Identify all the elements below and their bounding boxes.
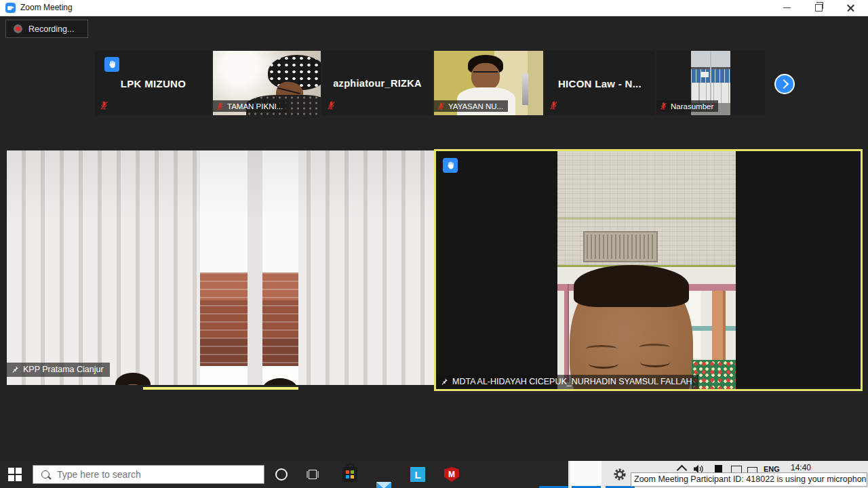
participant-label: Narasumber bbox=[656, 100, 718, 112]
wall-seam bbox=[557, 218, 736, 220]
participant-name: azphiatour_RIZKA bbox=[322, 78, 433, 89]
minimize-icon bbox=[783, 7, 791, 8]
tray-clock[interactable]: 14:40 bbox=[791, 463, 811, 472]
participant-name-tag: KPP Pratama Cianjur bbox=[7, 363, 110, 377]
search-icon bbox=[41, 470, 50, 479]
participant-thumb-yayasan[interactable]: YAYASAN NU... bbox=[434, 51, 543, 115]
search-input[interactable] bbox=[56, 468, 241, 481]
title-bar: Zoom Meeting bbox=[0, 0, 868, 16]
hair bbox=[574, 265, 689, 307]
restore-icon bbox=[815, 4, 823, 12]
participant-name: TAMAN PIKNI... bbox=[227, 102, 283, 110]
close-icon bbox=[846, 3, 855, 12]
gear-icon bbox=[612, 467, 627, 482]
participant-thumb-azphiatour[interactable]: azphiatour_RIZKA bbox=[322, 51, 433, 115]
zoom-app-icon bbox=[5, 3, 16, 13]
zoom-meeting-window: Zoom Meeting Recording... LPK MIZUNO TAM… bbox=[0, 0, 868, 488]
pin-icon bbox=[440, 378, 448, 386]
eyebrow bbox=[586, 345, 617, 352]
close-button[interactable] bbox=[835, 0, 866, 16]
glasses bbox=[473, 71, 498, 73]
recording-badge[interactable]: Recording... bbox=[5, 20, 88, 38]
minimize-button[interactable] bbox=[771, 0, 802, 16]
building-sign bbox=[701, 72, 709, 77]
participant-thumb-narasumber[interactable]: Narasumber bbox=[656, 51, 765, 115]
mic-muted-icon bbox=[326, 100, 336, 110]
eyebrow bbox=[639, 344, 670, 351]
pin-icon bbox=[11, 365, 19, 373]
taskbar-icon-settings[interactable] bbox=[612, 467, 627, 482]
raised-hand-icon bbox=[104, 57, 119, 72]
participant-thumb-taman-piknik[interactable]: TAMAN PIKNI... bbox=[213, 51, 321, 115]
window-title: Zoom Meeting bbox=[20, 3, 73, 12]
window-post bbox=[564, 284, 569, 382]
participant-name-tag: MDTA AL-HIDAYAH CICEPUK_NURHADIN SYAMSUL… bbox=[436, 375, 698, 389]
start-button[interactable] bbox=[8, 468, 22, 481]
cortana-button[interactable] bbox=[275, 468, 288, 481]
video-tile-kpp-pratama[interactable]: KPP Pratama Cianjur bbox=[7, 150, 434, 385]
participant-name: Narasumber bbox=[671, 102, 713, 110]
face bbox=[570, 265, 693, 389]
next-page-button[interactable] bbox=[774, 74, 795, 94]
mic-muted-icon bbox=[99, 100, 109, 110]
taskbar-zoom-active-cell bbox=[570, 461, 601, 488]
raised-hand-icon bbox=[443, 158, 458, 173]
flagpole bbox=[710, 51, 711, 106]
microphone-tooltip: Zoom Meeting Participant ID: 418022 is u… bbox=[631, 472, 867, 487]
participant-name: YAYASAN NU... bbox=[448, 102, 503, 110]
shading bbox=[7, 150, 434, 385]
taskbar-search[interactable] bbox=[33, 465, 264, 484]
video-tile-mdta-alhidayah[interactable]: MDTA AL-HIDAYAH CICEPUK_NURHADIN SYAMSUL… bbox=[434, 149, 863, 391]
video-scene bbox=[557, 151, 736, 389]
lenovo-glyph: L bbox=[414, 469, 420, 481]
taskbar-icon-mail[interactable] bbox=[376, 482, 391, 488]
task-view-button[interactable] bbox=[307, 468, 319, 481]
participant-thumb-hicon-law[interactable]: HICON Law - N... bbox=[545, 51, 655, 115]
participant-name: KPP Pratama Cianjur bbox=[23, 365, 104, 374]
closed-eye bbox=[589, 359, 618, 369]
participant-thumb-lpk-mizuno[interactable]: LPK MIZUNO bbox=[95, 51, 212, 115]
taskbar-icon-store[interactable] bbox=[342, 467, 357, 482]
active-speaker-underline bbox=[143, 387, 298, 390]
trophy bbox=[522, 74, 528, 105]
calligraphy-plaque bbox=[583, 231, 658, 262]
mcafee-glyph: M bbox=[448, 470, 455, 479]
restore-button[interactable] bbox=[803, 0, 834, 16]
chevron-right-icon bbox=[778, 79, 788, 89]
mic-muted-icon bbox=[549, 100, 559, 110]
participant-name: MDTA AL-HIDAYAH CICEPUK_NURHADIN SYAMSUL… bbox=[452, 377, 692, 386]
batik-shirt bbox=[692, 360, 736, 389]
camera-icon bbox=[7, 6, 12, 10]
participant-name: HICON Law - N... bbox=[545, 77, 655, 89]
closed-eye bbox=[640, 357, 670, 367]
taskbar-icon-lenovo[interactable]: L bbox=[410, 467, 425, 482]
participant-label: TAMAN PIKNI... bbox=[213, 100, 288, 112]
participant-label: YAYASAN NU... bbox=[434, 100, 508, 112]
recording-dot-icon bbox=[14, 24, 22, 33]
face bbox=[471, 63, 500, 90]
recording-label: Recording... bbox=[28, 24, 74, 34]
participant-name: LPK MIZUNO bbox=[95, 77, 212, 89]
